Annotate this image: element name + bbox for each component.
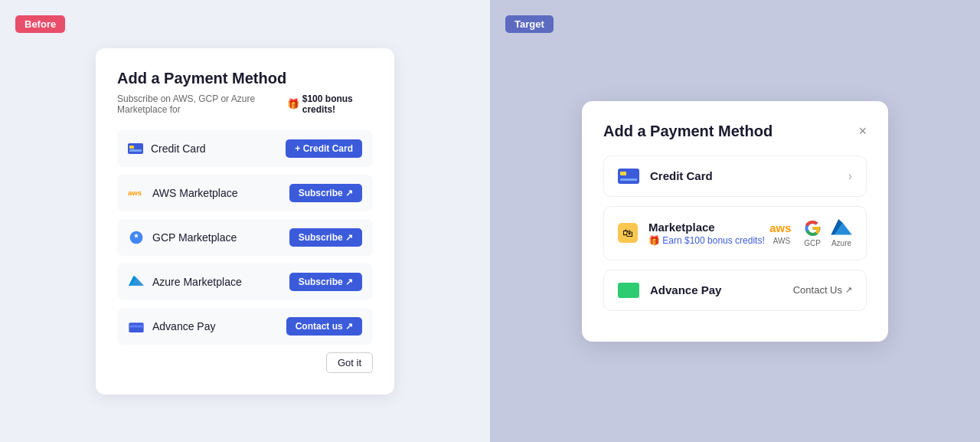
svg-rect-4: [129, 325, 143, 327]
contact-us-link[interactable]: Contact Us ↗: [793, 284, 852, 296]
azure-provider: Azure: [831, 219, 852, 247]
target-credit-card-label: Credit Card: [650, 169, 713, 182]
svg-text:aws: aws: [128, 188, 142, 197]
before-badge: Before: [15, 15, 65, 33]
target-panel: Target Add a Payment Method × Credit Car…: [490, 0, 980, 442]
target-credit-card-icon: [618, 169, 639, 184]
aws-subscribe-button[interactable]: Subscribe ↗: [289, 184, 362, 202]
azure-label: Azure: [831, 239, 851, 247]
advance-pay-contact-button[interactable]: Contact us ↗: [286, 317, 362, 336]
advance-pay-icon: [128, 318, 145, 335]
chevron-right-icon: ›: [848, 169, 852, 183]
aws-logo-icon: aws: [769, 221, 794, 235]
credit-card-icon: [128, 143, 143, 154]
before-credit-card-row: Credit Card + Credit Card: [117, 130, 373, 167]
before-card: Add a Payment Method Subscribe on AWS, G…: [96, 48, 394, 395]
before-aws-label: AWS Marketplace: [152, 187, 238, 199]
marketplace-provider-icons: aws AWS GCP: [769, 219, 852, 247]
before-azure-label: Azure Marketplace: [152, 276, 242, 288]
gcp-provider: GCP: [802, 219, 823, 247]
add-credit-card-button[interactable]: + Credit Card: [286, 139, 362, 158]
svg-text:aws: aws: [769, 222, 791, 234]
got-it-button[interactable]: Got it: [326, 352, 373, 373]
before-subtitle: Subscribe on AWS, GCP or Azure Marketpla…: [117, 93, 373, 115]
aws-label: AWS: [773, 237, 790, 245]
target-credit-card-row[interactable]: Credit Card ›: [603, 156, 867, 197]
azure-logo-icon: [831, 219, 852, 237]
target-marketplace-label: Marketplace: [648, 221, 765, 234]
svg-rect-3: [129, 322, 143, 332]
before-advance-pay-label: Advance Pay: [152, 320, 216, 332]
before-advance-pay-row: Advance Pay Contact us ↗: [117, 308, 373, 345]
before-gcp-row: GCP Marketplace Subscribe ↗: [117, 219, 373, 256]
gcp-logo-icon: [802, 219, 823, 237]
aws-provider: aws AWS: [769, 221, 794, 245]
target-card-title: Add a Payment Method: [603, 123, 773, 140]
before-panel: Before Add a Payment Method Subscribe on…: [0, 0, 490, 442]
target-marketplace-row[interactable]: 🛍 Marketplace 🎁 Earn $100 bonus credits!…: [603, 206, 867, 260]
before-azure-row: Azure Marketplace Subscribe ↗: [117, 264, 373, 300]
target-badge: Target: [505, 15, 554, 33]
azure-icon: [128, 273, 145, 290]
close-button[interactable]: ×: [858, 124, 867, 138]
azure-subscribe-button[interactable]: Subscribe ↗: [289, 273, 362, 291]
gcp-icon: [128, 229, 145, 246]
before-card-title: Add a Payment Method: [117, 70, 373, 87]
gcp-subscribe-button[interactable]: Subscribe ↗: [289, 228, 362, 247]
aws-icon: aws: [128, 185, 145, 201]
target-card: Add a Payment Method × Credit Card › 🛍 M…: [582, 101, 888, 342]
gcp-label: GCP: [804, 239, 821, 247]
before-aws-row: aws AWS Marketplace Subscribe ↗: [117, 175, 373, 211]
before-gcp-label: GCP Marketplace: [152, 231, 237, 244]
before-credit-card-label: Credit Card: [151, 142, 206, 155]
target-marketplace-sublabel: 🎁 Earn $100 bonus credits!: [648, 235, 765, 246]
marketplace-bag-icon: 🛍: [618, 223, 638, 243]
target-advance-pay-label: Advance Pay: [650, 283, 721, 296]
target-advance-pay-row[interactable]: Advance Pay Contact Us ↗: [603, 270, 867, 311]
target-advance-pay-icon: [618, 283, 639, 298]
target-card-header: Add a Payment Method ×: [603, 123, 867, 140]
